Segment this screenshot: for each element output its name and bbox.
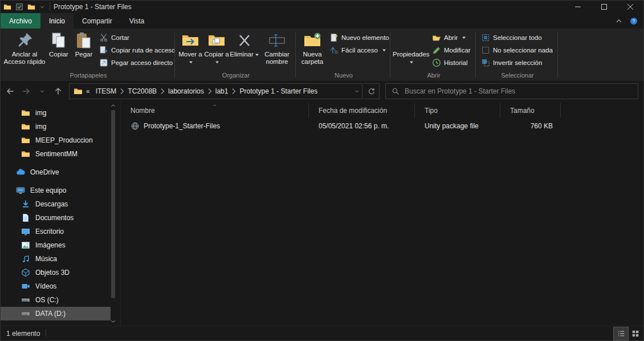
close-button[interactable] [617,1,643,13]
new-folder-button[interactable]: Nueva carpeta [298,30,327,71]
up-button[interactable] [51,84,66,99]
sidebar-item-onedrive[interactable]: OneDrive [1,165,111,179]
sidebar-item-sentimentmm[interactable]: SentimentMM [1,147,111,161]
recent-locations-button[interactable] [35,84,50,99]
address-dropdown-icon[interactable] [354,88,360,94]
sidebar-item-label: Escritorio [35,228,64,236]
sidebar-item-label: Vídeos [35,282,56,290]
file-type: Unity package file [415,122,500,130]
item-count: 1 elemento [6,330,40,338]
sidebar-item-os-c-[interactable]: OS (C:) [1,293,111,307]
sidebar-item-data-d-[interactable]: DATA (D:) [1,307,111,320]
dropdown-chevron-icon [382,48,386,52]
file-modified: 05/05/2021 02:56 p. m. [309,122,415,130]
sidebar-item-este-equipo[interactable]: Este equipo [1,184,111,197]
file-list-pane: NombreFecha de modificaciónTipoTamaño Pr… [120,102,643,326]
collapse-ribbon-icon[interactable] [615,17,623,25]
sidebar-item-escritorio[interactable]: Escritorio [1,225,111,238]
scroll-down-icon[interactable] [110,318,116,324]
column-header-nombre[interactable]: Nombre [121,103,309,118]
cut-button[interactable]: Cortar [96,31,174,44]
close-icon [627,4,633,10]
copy-to-button[interactable]: Copiar a [203,30,230,71]
paste-shortcut-button[interactable]: Pegar acceso directo [96,56,174,69]
qat-new-folder-icon[interactable] [27,3,35,11]
search-box[interactable]: Buscar en Prototype 1 - Starter Files [385,83,638,99]
sidebar-item-v-deos[interactable]: Vídeos [1,279,111,293]
invert-selection-button[interactable]: Invertir selección [478,56,556,69]
refresh-button[interactable] [364,83,380,99]
cut-icon [99,33,108,42]
column-header-tama-o[interactable]: Tamaño [500,103,561,118]
sidebar-item-im-genes[interactable]: Imágenes [1,238,111,252]
select-all-button[interactable]: Seleccionar todo [478,31,556,44]
breadcrumb-separator-icon [207,88,212,95]
copy-to-icon [207,31,226,50]
sidebar-item-meep-produccion[interactable]: MEEP_Produccion [1,133,111,147]
details-view-button[interactable] [614,327,628,340]
copy-path-button[interactable]: Copiar ruta de acceso [96,44,174,56]
scroll-up-icon[interactable] [110,103,116,109]
forward-button[interactable] [19,84,34,99]
thumbnails-view-button[interactable] [628,327,642,340]
breadcrumb-item[interactable]: ITESM [93,87,119,95]
select-none-button[interactable]: No seleccionar nada [478,44,556,56]
tab-inicio[interactable]: Inicio [40,13,74,29]
rename-button[interactable]: Cambiar nombre [259,30,295,71]
address-bar[interactable]: « ITESMTC2008Blaboratorioslab1Prototype … [69,83,362,99]
paste-button[interactable]: Pegar [71,30,96,71]
breadcrumb-separator-icon [160,88,165,95]
sidebar-item-descargas[interactable]: Descargas [1,197,111,211]
app-folder-icon [3,3,11,11]
move-to-button[interactable]: Mover a [177,30,203,71]
select-all-icon [481,33,490,42]
minimize-button[interactable] [565,1,591,13]
ribbon-group-clipboard: Anclar al Acceso rápido Copiar Pegar Cor… [1,29,175,81]
open-button[interactable]: Abrir [429,31,475,44]
sidebar-item-documentos[interactable]: Documentos [1,211,111,225]
properties-button[interactable]: Propiedades [393,30,429,71]
scrollbar-thumb[interactable] [111,110,115,298]
window-title: Prototype 1 - Starter Files [54,3,132,11]
thumbnails-view-icon [631,330,639,338]
objects3d-icon [21,268,30,277]
delete-button[interactable]: Eliminar [230,30,259,71]
easy-access-button[interactable]: Fácil acceso [327,44,389,56]
pin-quick-access-button[interactable]: Anclar al Acceso rápido [3,30,46,71]
help-icon[interactable]: ? [630,17,638,25]
statusbar-divider [46,330,46,337]
sidebar-item-objetos-3d[interactable]: Objetos 3D [1,266,111,279]
sidebar-item-img[interactable]: img [1,106,111,120]
qat-properties-icon[interactable] [15,3,23,11]
paste-icon [75,31,93,50]
maximize-button[interactable] [591,1,617,13]
titlebar: Prototype 1 - Starter Files [1,1,643,13]
file-row[interactable]: Prototype-1_Starter-Files05/05/2021 02:5… [121,118,643,133]
edit-button[interactable]: Modificar [429,44,475,56]
breadcrumb-item[interactable]: Prototype 1 - Starter Files [237,87,320,95]
breadcrumb-item[interactable]: TC2008B [125,87,159,95]
dropdown-chevron-icon [409,60,414,64]
history-button[interactable]: Historial [429,56,475,69]
new-item-icon [329,33,339,42]
tab-vista[interactable]: Vista [121,13,153,29]
new-item-button[interactable]: Nuevo elemento [327,31,389,44]
sidebar-item-m-sica[interactable]: Música [1,252,111,266]
sidebar-item-img[interactable]: img [1,120,111,133]
breadcrumb-item[interactable]: laboratorios [166,87,206,95]
column-header-tipo[interactable]: Tipo [415,103,500,118]
breadcrumb-item[interactable]: lab1 [213,87,231,95]
search-placeholder: Buscar en Prototype 1 - Starter Files [405,87,515,95]
column-header-fecha-de-modificaci-n[interactable]: Fecha de modificación [309,103,415,118]
qat-customize-chevron-icon[interactable] [39,4,45,10]
sidebar-scrollbar[interactable] [110,103,116,324]
copy-button[interactable]: Copiar [46,30,71,71]
folder-icon [21,122,30,131]
column-header-label: Nombre [131,107,155,115]
tab-compartir[interactable]: Compartir [74,13,121,29]
back-button[interactable] [3,84,18,99]
tab-archivo[interactable]: Archivo [1,13,40,29]
breadcrumb-overflow[interactable]: « [85,87,91,95]
file-size: 760 KB [500,122,561,130]
window-controls [565,1,643,13]
